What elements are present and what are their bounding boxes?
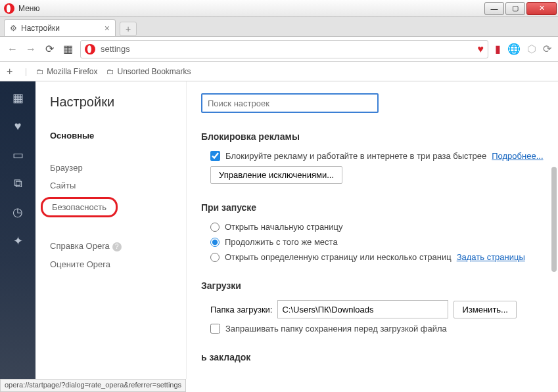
news-rail-icon[interactable]: ▭ [11,148,25,162]
sidebar-item-browser[interactable]: Браузер [50,159,178,177]
settings-content: Блокировка рекламы Блокируйте рекламу и … [187,81,558,379]
folder-icon: 🗀 [36,67,44,76]
section-bookmarks: ь закладок [201,352,544,362]
manage-exceptions-button[interactable]: Управление исключениями... [210,166,342,184]
back-icon[interactable]: ← [7,43,18,55]
sidebar-item-basic[interactable]: Основные [50,127,178,144]
status-bar: opera://startpage/?dialog=rate_opera&ref… [0,379,186,392]
startup-radio-home[interactable] [210,223,220,232]
gear-icon: ⚙ [10,24,17,33]
close-tab-icon[interactable]: × [105,23,110,33]
startup-radio-continue[interactable] [210,238,220,247]
help-icon: ? [112,242,122,251]
download-icon[interactable]: ⟳ [543,43,551,55]
ask-folder-checkbox[interactable] [210,324,220,334]
tab-settings[interactable]: ⚙ Настройки × [4,19,116,36]
extensions-rail-icon[interactable]: ✦ [11,234,25,248]
set-pages-link[interactable]: Задать страницы [457,252,525,262]
opera-logo-icon [4,3,14,14]
download-folder-input[interactable] [277,300,448,318]
folder-icon: 🗀 [106,67,114,76]
search-settings-input[interactable] [201,93,379,113]
tabs-rail-icon[interactable]: ⧉ [11,177,25,190]
change-folder-button[interactable]: Изменить... [453,301,516,318]
sidebar-item-rate[interactable]: Оцените Opera [50,255,178,273]
adblock-more-link[interactable]: Подробнее... [492,151,543,161]
startup-heading: При запуске [201,202,544,213]
speeddial-icon[interactable]: ▦ [62,43,74,55]
new-tab-button[interactable]: + [120,22,137,36]
sidebar-item-sites[interactable]: Сайты [50,177,178,194]
bookmark-icon[interactable]: ▮ [495,43,501,55]
tab-title: Настройки [21,24,60,33]
minimize-button[interactable]: — [484,2,504,15]
address-input[interactable] [101,44,478,54]
section-downloads: Загрузки Папка загрузки: Изменить... Зап… [201,280,544,334]
add-bookmark-icon[interactable]: + [7,66,16,77]
address-bar[interactable]: ♥ [80,40,488,58]
bookmark-folder-unsorted[interactable]: 🗀 Unsorted Bookmarks [106,67,191,76]
startup-opt2-label: Продолжить с того же места [225,237,338,247]
sidebar-item-security[interactable]: Безопасность [41,197,118,217]
bookmarks-heading: ь закладок [201,352,544,362]
folder-label: Папка загрузки: [210,305,272,315]
section-adblock: Блокировка рекламы Блокируйте рекламу и … [201,131,544,184]
shield-icon[interactable]: ⬡ [527,43,536,55]
opera-icon [85,44,95,54]
adblock-heading: Блокировка рекламы [201,131,544,142]
page-title: Настройки [50,95,178,110]
bookmarks-bar: + | 🗀 Mozilla Firefox 🗀 Unsorted Bookmar… [0,62,558,81]
section-startup: При запуске Открыть начальную страницу П… [201,202,544,262]
speeddial-rail-icon[interactable]: ▦ [11,91,25,105]
forward-icon[interactable]: → [25,43,37,55]
menu-button[interactable]: Меню [18,4,39,13]
reload-icon[interactable]: ⟳ [43,43,55,55]
ask-folder-label: Запрашивать папку сохранения перед загру… [225,324,447,334]
close-button[interactable]: ✕ [526,2,557,15]
heart-icon[interactable]: ♥ [478,43,484,55]
adblock-checkbox[interactable] [210,151,220,161]
downloads-heading: Загрузки [201,280,544,291]
maximize-button[interactable]: ▢ [505,2,525,15]
startup-opt3-label: Открыть определенную страницу или нескол… [225,252,452,262]
history-rail-icon[interactable]: ◷ [11,205,25,219]
sidebar-item-help[interactable]: Справка Opera? [50,237,178,255]
tab-strip: ⚙ Настройки × + [0,17,558,37]
startup-opt1-label: Открыть начальную страницу [225,222,343,232]
window-titlebar: Меню — ▢ ✕ [0,0,558,17]
bookmark-folder-firefox[interactable]: 🗀 Mozilla Firefox [36,67,97,76]
startup-radio-pages[interactable] [210,253,220,262]
adblock-label: Блокируйте рекламу и работайте в интерне… [225,151,486,161]
scrollbar-thumb[interactable] [551,167,557,272]
navigation-bar: ← → ⟳ ▦ ♥ ▮ 🌐 ⬡ ⟳ [0,37,558,62]
bookmarks-rail-icon[interactable]: ♥ [11,120,25,133]
settings-sidebar: Настройки Основные Браузер Сайты Безопас… [35,81,187,379]
left-rail: ▦ ♥ ▭ ⧉ ◷ ✦ [0,81,35,379]
vpn-globe-icon[interactable]: 🌐 [507,43,521,55]
